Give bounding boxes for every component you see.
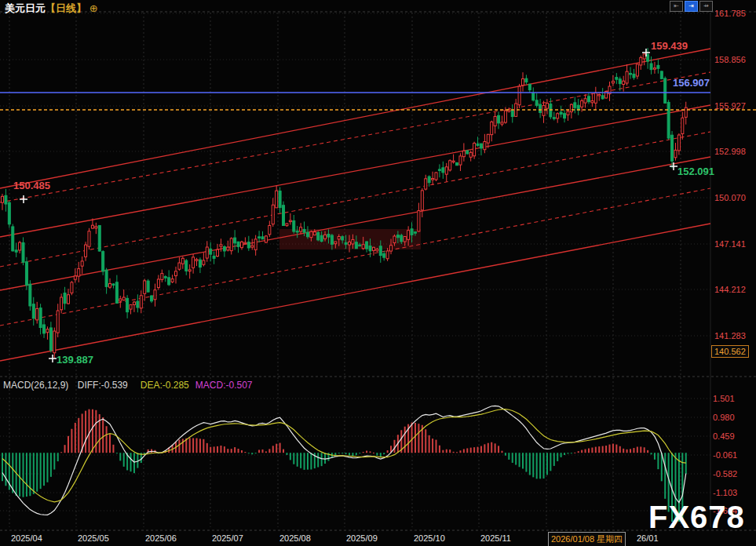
axis-scale-right-icon[interactable]: ⇸ xyxy=(699,1,713,12)
axis-scale-left-icon[interactable]: ⇤ xyxy=(670,1,683,12)
watermark: FX678 xyxy=(648,500,745,535)
toolbar: ⇤⇥⇸ xyxy=(670,1,713,12)
add-indicator-icon[interactable]: ⊕ xyxy=(89,2,98,14)
chart-header: 美元日元【日线】 ⊕ xyxy=(5,2,98,16)
period-badge: 【日线】 xyxy=(46,2,86,14)
macd-header: MACD(26,12,9) DIFF:-0.539DEA:-0.285MACD:… xyxy=(3,380,259,391)
current-date-badge: 2026/01/08 星期四 xyxy=(548,532,626,546)
main-chart-canvas[interactable] xyxy=(0,0,756,546)
price-level-badge: 140.562 xyxy=(711,345,749,358)
axis-auto-fit-icon[interactable]: ⇥ xyxy=(685,1,698,12)
macd-macd-value: MACD:-0.507 xyxy=(195,380,253,391)
symbol-title: 美元日元 xyxy=(5,2,46,14)
trading-chart-app: 美元日元【日线】 ⊕ ⇤⇥⇸ 161.785158.856155.927152.… xyxy=(0,0,756,546)
macd-params: MACD(26,12,9) DIFF:-0.539 xyxy=(3,380,134,391)
macd-dea-value: DEA:-0.285 xyxy=(141,380,189,391)
